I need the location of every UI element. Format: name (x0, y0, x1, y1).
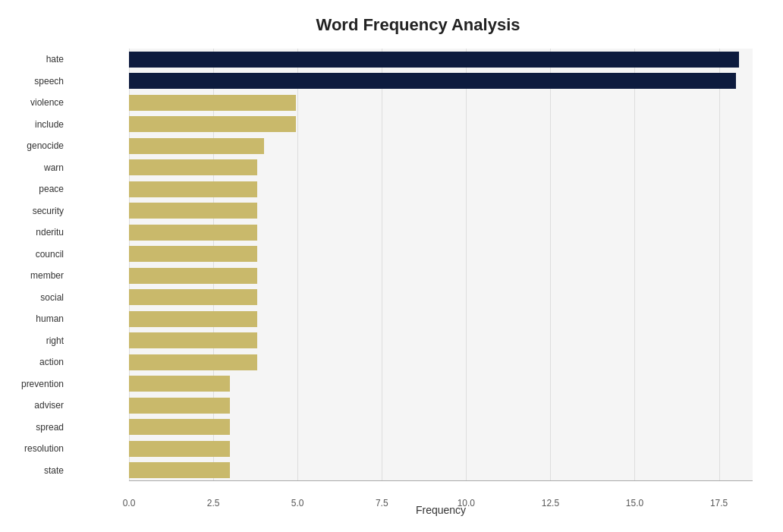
bar (129, 419, 230, 435)
bar (129, 181, 257, 197)
y-tick-label: social (40, 292, 64, 303)
bar (129, 95, 296, 111)
bar (129, 159, 257, 175)
bars-container (129, 49, 753, 481)
y-tick-label: prevention (21, 379, 64, 389)
bar (129, 354, 257, 370)
bar (129, 138, 264, 154)
y-tick-label: violence (30, 97, 64, 108)
y-tick-label: include (35, 119, 64, 130)
bar (129, 246, 257, 262)
y-tick-label: speech (34, 76, 64, 87)
bar (129, 73, 736, 89)
bar (129, 441, 230, 457)
chart-title: Word Frequency Analysis (68, 15, 768, 35)
y-tick-label: adviser (34, 400, 64, 411)
y-tick-label: security (33, 206, 64, 216)
x-axis-line (129, 480, 753, 481)
bar (129, 116, 296, 132)
y-tick-label: warn (44, 162, 64, 173)
bar (129, 462, 230, 478)
bar (129, 225, 257, 241)
chart-container: Word Frequency Analysis 0.02.55.07.510.0… (0, 0, 783, 532)
bar (129, 52, 739, 68)
y-tick-label: genocide (27, 140, 64, 151)
bar (129, 311, 257, 327)
y-tick-label: hate (46, 54, 64, 65)
y-tick-label: council (36, 249, 64, 260)
y-tick-label: resolution (24, 443, 64, 454)
y-tick-label: peace (39, 184, 64, 194)
y-tick-label: human (36, 313, 64, 324)
bar (129, 332, 257, 348)
bar (129, 203, 257, 219)
y-tick-label: spread (36, 422, 64, 433)
bar (129, 376, 230, 392)
y-tick-label: nderitu (36, 227, 64, 238)
y-tick-label: state (44, 465, 64, 476)
y-tick-label: member (30, 270, 64, 281)
bar (129, 268, 257, 284)
y-tick-label: right (46, 335, 64, 346)
y-tick-label: action (39, 357, 64, 367)
bar (129, 398, 230, 414)
x-axis-title: Frequency (129, 504, 753, 516)
bar (129, 289, 257, 305)
